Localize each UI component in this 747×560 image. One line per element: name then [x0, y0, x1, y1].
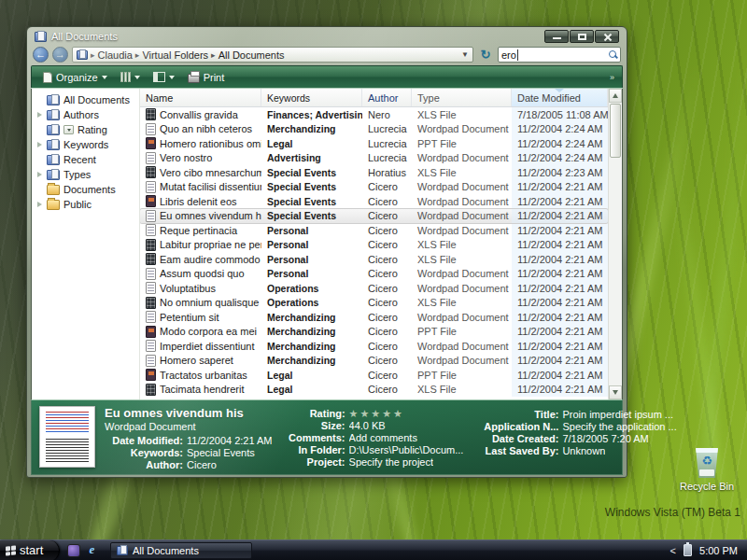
- cell-name: Libris delenit eos: [140, 194, 261, 209]
- sidebar-item-all-documents[interactable]: All Documents: [32, 92, 139, 107]
- details-field-value: Special Events: [187, 447, 255, 459]
- column-header-keywords[interactable]: Keywords: [261, 89, 362, 106]
- cell-name: Petentium sit: [140, 310, 261, 325]
- cell-keywords: Personal: [261, 238, 362, 253]
- organize-button[interactable]: Organize: [39, 70, 111, 85]
- cell-keywords: Operations: [261, 281, 362, 296]
- table-row[interactable]: VoluptatibusOperationsCiceroWordpad Docu…: [140, 281, 608, 296]
- back-button[interactable]: ←: [33, 47, 49, 63]
- expander-icon[interactable]: [35, 142, 43, 147]
- cell-author: Lucrecia: [362, 151, 412, 166]
- rating-stars-icon[interactable]: ★★★★★: [349, 408, 404, 420]
- column-header-date-modified[interactable]: Date Modified: [512, 89, 608, 106]
- table-row[interactable]: Modo corpora ea meiMerchandizingCiceroPP…: [140, 325, 608, 340]
- toolbar-overflow-icon[interactable]: »: [610, 73, 614, 82]
- details-pane: Eu omnes vivendum his Wordpad Document D…: [31, 399, 623, 475]
- cell-keywords: Legal: [261, 383, 362, 398]
- table-row[interactable]: Tacimata hendreritLegalCiceroXLS File11/…: [140, 383, 608, 398]
- table-row[interactable]: Assum quodsi quoPersonalCiceroWordpad Do…: [140, 267, 608, 282]
- cell-name: Voluptatibus: [140, 281, 261, 296]
- print-button[interactable]: Print: [184, 69, 229, 85]
- table-row[interactable]: Mutat facilisi dissentiuntSpecial Events…: [140, 180, 608, 195]
- dropdown-icon[interactable]: [63, 125, 74, 134]
- expander-icon[interactable]: [35, 112, 43, 118]
- table-row[interactable]: Vero cibo mnesarchumSpecial EventsHorati…: [140, 165, 608, 180]
- sidebar-item-public[interactable]: Public: [32, 197, 139, 212]
- scroll-up-icon[interactable]: [609, 89, 622, 103]
- sidebar-item-recent[interactable]: Recent: [32, 152, 139, 167]
- minimize-button[interactable]: [544, 30, 569, 43]
- sidebar-item-rating[interactable]: Rating: [32, 122, 139, 137]
- breadcrumb-item[interactable]: Virtual Folders: [142, 49, 208, 61]
- search-icon[interactable]: [609, 50, 617, 59]
- breadcrumb-separator-icon: ▸: [91, 50, 95, 60]
- expander-icon[interactable]: [35, 172, 43, 177]
- table-row[interactable]: Convallis gravidaFinances; AdvertisingNe…: [140, 107, 608, 122]
- doc-file-icon: [146, 181, 156, 193]
- internet-explorer-icon[interactable]: e: [85, 543, 99, 557]
- file-name: Tractatos urbanitas: [160, 370, 247, 381]
- ppt-file-icon: [146, 326, 156, 338]
- table-row[interactable]: Reque pertinaciaPersonalCiceroWordpad Do…: [140, 223, 608, 238]
- table-row[interactable]: Eam audire commodoPersonalCiceroXLS File…: [140, 252, 608, 267]
- search-input[interactable]: ero: [498, 47, 621, 63]
- table-row[interactable]: Homero saperetMerchandizingCiceroWordpad…: [140, 354, 608, 369]
- table-row[interactable]: Vero nostroAdvertisingLucreciaWordpad Do…: [140, 151, 608, 166]
- details-field-value: 44.0 KB: [349, 420, 386, 432]
- recycle-bin-shortcut[interactable]: ♻ Recycle Bin: [676, 448, 738, 492]
- forward-button[interactable]: →: [52, 47, 68, 63]
- sidebar-item-types[interactable]: Types: [32, 167, 139, 182]
- scroll-down-icon[interactable]: [609, 385, 622, 399]
- file-name: Imperdiet dissentiunt: [160, 341, 255, 352]
- close-button[interactable]: [595, 30, 619, 43]
- details-title: Eu omnes vivendum his: [105, 406, 273, 420]
- table-row[interactable]: Tractatos urbanitasLegalCiceroPPT File11…: [140, 368, 608, 383]
- breadcrumb-dropdown-icon[interactable]: ▼: [461, 50, 469, 59]
- details-field-label: Keywords:: [105, 447, 183, 459]
- table-row[interactable]: Labitur propriae ne perPersonalCiceroXLS…: [140, 238, 608, 253]
- columns-icon: [120, 72, 131, 82]
- scrollbar-thumb[interactable]: [610, 104, 621, 158]
- sidebar-item-keywords[interactable]: Keywords: [32, 137, 139, 152]
- expander-icon[interactable]: [35, 202, 43, 207]
- vertical-scrollbar[interactable]: [608, 89, 622, 399]
- cell-keywords: Personal: [261, 252, 362, 267]
- battery-icon[interactable]: [684, 544, 692, 556]
- details-field-value[interactable]: Add comments: [349, 432, 417, 444]
- cell-author: Nero: [362, 107, 412, 122]
- print-label: Print: [204, 72, 225, 83]
- breadcrumb-item[interactable]: All Documents: [218, 49, 285, 61]
- title-bar[interactable]: All Documents: [31, 27, 623, 46]
- column-header-type[interactable]: Type: [412, 89, 512, 106]
- cell-author: Cicero: [362, 238, 412, 253]
- table-row[interactable]: Libris delenit eosSpecial EventsCiceroWo…: [140, 194, 608, 209]
- refresh-button[interactable]: ↻: [477, 47, 494, 63]
- sidebar-item-documents[interactable]: Documents: [32, 182, 139, 197]
- table-row[interactable]: Petentium sitMerchandizingCiceroWordpad …: [140, 310, 608, 325]
- table-row[interactable]: Imperdiet dissentiuntMerchandizingCicero…: [140, 339, 608, 354]
- layout-button[interactable]: [149, 70, 178, 84]
- cell-keywords: Merchandizing: [261, 325, 362, 340]
- sidebar-item-authors[interactable]: Authors: [32, 107, 139, 122]
- breadcrumb-folder-icon: [77, 50, 88, 60]
- start-button[interactable]: start: [0, 540, 60, 560]
- maximize-button[interactable]: [570, 30, 594, 43]
- cell-type: Wordpad Document: [412, 180, 512, 195]
- columns-view-button[interactable]: [117, 70, 144, 84]
- cell-type: PPT File: [412, 325, 512, 340]
- cell-keywords: Merchandizing: [261, 354, 362, 369]
- breadcrumb-item[interactable]: Claudia: [98, 49, 133, 61]
- column-header-name[interactable]: Name: [140, 89, 261, 106]
- table-row[interactable]: Eu omnes vivendum hisSpecial EventsCicer…: [140, 209, 608, 224]
- organize-label: Organize: [56, 72, 98, 83]
- tray-chevron-icon[interactable]: <: [670, 545, 676, 556]
- table-row[interactable]: Homero rationibus omi...LegalLucreciaPPT…: [140, 136, 608, 151]
- column-header-author[interactable]: Author: [362, 89, 412, 106]
- file-name: Vero nostro: [160, 152, 212, 163]
- details-field-label: Last Saved By:: [472, 445, 558, 457]
- media-player-icon[interactable]: [67, 544, 80, 557]
- breadcrumb[interactable]: ▸Claudia▸Virtual Folders▸All Documents ▼: [72, 47, 473, 63]
- table-row[interactable]: Quo an nibh ceterosMerchandizingLucrecia…: [140, 122, 608, 137]
- taskbar-button-all-documents[interactable]: All Documents: [110, 542, 252, 559]
- table-row[interactable]: No omnium qualisque ...OperationsCiceroX…: [140, 296, 608, 311]
